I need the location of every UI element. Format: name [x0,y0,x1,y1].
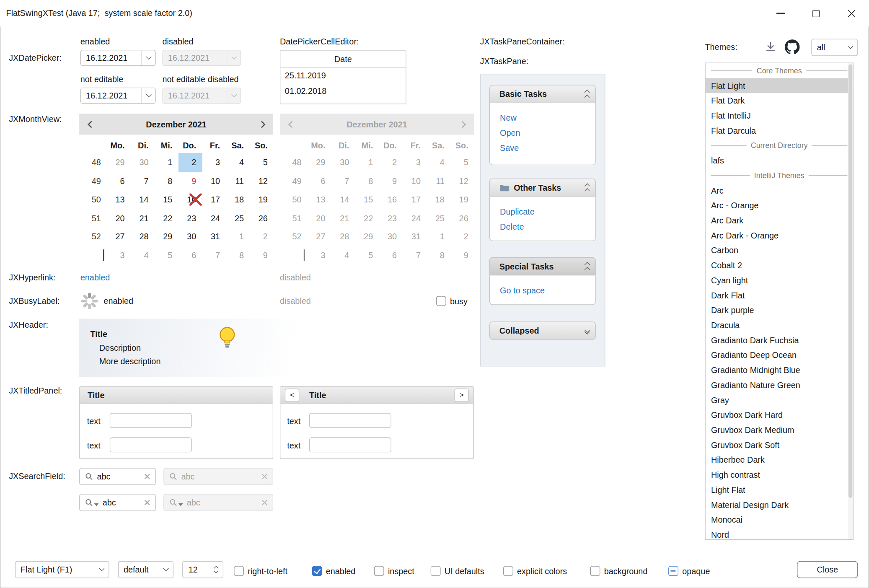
next-month-button[interactable] [250,114,274,135]
task-link[interactable]: Go to space [490,283,595,298]
checkbox-box[interactable] [234,566,244,576]
close-button[interactable]: Close [797,561,858,578]
theme-item[interactable]: Carbon [706,243,853,258]
datepicker-not-editable[interactable]: 16.12.2021 [80,88,156,104]
day-cell[interactable]: 5 [250,153,274,171]
day-cell[interactable]: 1 [155,153,178,171]
checkbox-box[interactable] [431,566,441,576]
day-cell[interactable]: 31 [202,227,226,246]
clear-icon[interactable] [144,500,150,506]
close-window-button[interactable] [833,0,869,26]
theme-item[interactable]: Gray [706,392,853,407]
day-cell[interactable]: 21 [131,209,155,227]
day-cell[interactable]: 8 [226,246,250,264]
theme-item[interactable]: High contrast [706,467,853,482]
day-cell[interactable]: 7 [131,171,155,190]
day-cell[interactable]: 9 [178,171,202,190]
theme-item[interactable]: Gradianto Midnight Blue [706,363,853,378]
day-cell[interactable]: 18 [226,190,250,209]
day-cell[interactable]: 24 [202,209,226,227]
title-bar[interactable]: FlatSwingXTest (Java 17; system scale fa… [0,0,869,26]
combo-dropdown-button[interactable] [843,39,857,55]
day-cell[interactable]: 8 [155,171,178,190]
day-cell[interactable]: 6 [178,246,202,264]
clear-icon[interactable] [144,474,150,480]
theme-item[interactable]: Arc Dark [706,213,853,228]
day-cell[interactable]: 14 [131,190,155,209]
theme-item[interactable]: Dark Flat [706,288,853,303]
checkbox-box[interactable] [436,296,446,306]
day-cell[interactable]: 25 [226,209,250,227]
monthview-enabled[interactable]: Dezember 2021Mo.Di.Mi.Do.Fr.Sa.So.482930… [79,114,273,267]
github-icon[interactable] [785,39,800,54]
checkbox-inspect[interactable]: inspect [374,565,414,577]
day-cell[interactable]: 19 [250,190,274,209]
day-cell[interactable]: 30 [178,227,202,246]
font-combo[interactable]: default [118,561,173,578]
collapse-chevron-icon[interactable] [585,89,589,99]
theme-item[interactable]: Gruvbox Dark Hard [706,407,853,422]
day-cell[interactable]: 17 [202,190,226,209]
taskpane-header[interactable]: Other Tasks [489,179,596,197]
day-cell[interactable]: 27 [107,227,131,246]
day-cell[interactable]: 2 [250,227,274,246]
search-input[interactable]: abc [97,472,140,481]
nav-right-button[interactable]: > [455,389,469,402]
taskpane-header[interactable]: Special Tasks [489,257,596,276]
datepicker-dropdown-button[interactable] [141,88,155,103]
theme-item[interactable]: Dark purple [706,303,853,318]
cell-editor-table[interactable]: Date 25.11.2019 01.02.2018 [280,50,406,104]
collapse-chevron-icon[interactable] [585,183,589,193]
checkbox-box[interactable] [668,566,678,576]
day-cell[interactable]: 30 [131,153,155,171]
theme-item[interactable]: Cyan light [706,273,853,288]
spinner-buttons[interactable] [209,567,223,573]
task-link[interactable]: New [490,110,595,125]
collapse-chevron-icon[interactable] [585,262,589,272]
theme-filter-combo[interactable]: all [811,39,858,56]
nav-left-button[interactable]: < [285,389,299,402]
scrollbar-thumb[interactable] [848,64,852,497]
theme-item[interactable]: Light Flat [706,482,853,497]
checkbox-busy[interactable]: busy [436,295,468,307]
theme-item[interactable]: Material Design Dark [706,497,853,512]
theme-item[interactable]: Arc Dark - Orange [706,228,853,243]
combo-dropdown-button[interactable] [159,562,173,578]
taskpane-header[interactable]: Basic Tasks [489,85,596,103]
theme-item[interactable]: Monocai [706,512,853,527]
theme-item[interactable]: Flat IntelliJ [706,108,853,123]
day-cell[interactable]: 9 [250,246,274,264]
theme-item[interactable]: Flat Darcula [706,123,853,138]
titled-panel-text-input[interactable] [110,438,192,453]
theme-item[interactable]: Gradianto Nature Green [706,378,853,393]
table-row[interactable]: 01.02.2018 [280,83,406,98]
theme-item[interactable]: Gradianto Deep Ocean [706,347,853,363]
checkbox-box[interactable] [590,566,600,576]
checkbox-explicit-colors[interactable]: explicit colors [503,565,567,577]
day-cell[interactable]: 4 [226,153,250,171]
theme-item[interactable]: Flat Dark [706,93,853,108]
search-field-enabled[interactable]: abc [79,468,156,485]
day-cell[interactable]: 29 [155,227,178,246]
theme-item[interactable]: Nord [706,527,853,540]
checkbox-box[interactable] [374,566,384,576]
expand-chevron-icon[interactable] [585,328,589,333]
datepicker-dropdown-button[interactable] [141,50,155,65]
day-cell[interactable]: 12 [250,171,274,190]
laf-combo[interactable]: Flat Light (F1) [15,561,109,578]
checkbox-enabled[interactable]: enabled [312,565,356,577]
task-link[interactable]: Delete [490,219,595,234]
day-cell[interactable]: 7 [202,246,226,264]
task-link[interactable]: Save [490,140,595,155]
checkbox-background[interactable]: background [590,565,648,577]
font-size-spinner[interactable]: 12 [182,561,223,578]
checkbox-ui-defaults[interactable]: UI defaults [431,565,484,577]
taskpane-header[interactable]: Collapsed [489,321,596,340]
day-cell[interactable]: 26 [250,209,274,227]
theme-item[interactable]: Gradianto Dark Fuchsia [706,333,853,348]
day-cell[interactable]: 2 [178,153,202,171]
day-cell[interactable]: 4 [131,246,155,264]
day-cell[interactable]: 22 [155,209,178,227]
day-cell[interactable]: 10 [202,171,226,190]
prev-month-button[interactable] [79,114,103,135]
